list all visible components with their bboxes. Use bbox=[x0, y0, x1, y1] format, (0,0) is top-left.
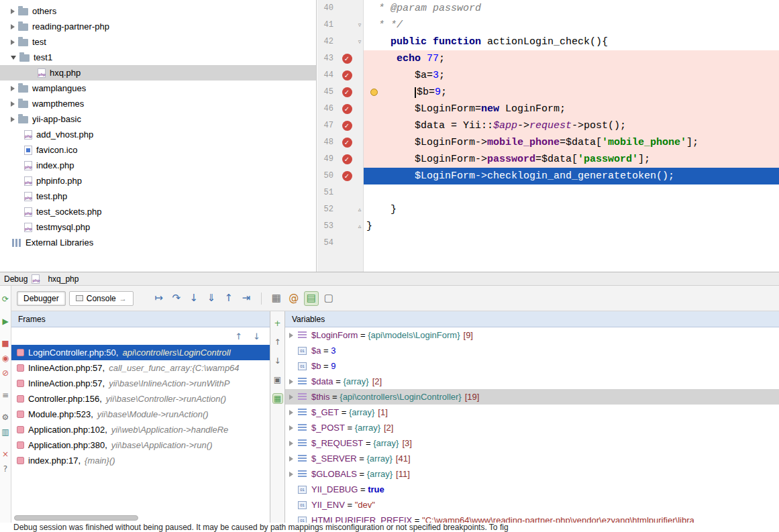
tree-item-phpinfo-php[interactable]: phpinfo.php bbox=[0, 173, 316, 189]
run-to-cursor-icon[interactable]: ⇥ bbox=[239, 291, 254, 306]
breakpoint-icon[interactable] bbox=[342, 138, 352, 148]
breakpoint-icon[interactable] bbox=[342, 87, 352, 97]
code-text[interactable]: $b=9; bbox=[364, 84, 779, 101]
resume-icon[interactable]: ▶ bbox=[1, 316, 11, 326]
fold-gutter[interactable] bbox=[356, 84, 364, 101]
variable-row[interactable]: $_GET = {array}[1] bbox=[285, 405, 779, 420]
rerun-icon[interactable]: ⟳ bbox=[1, 294, 11, 304]
add-watch-icon[interactable]: + bbox=[272, 318, 283, 329]
variable-row[interactable]: $data = {array}[2] bbox=[285, 374, 779, 389]
tab-debugger[interactable]: Debugger bbox=[17, 291, 66, 306]
frames-horizontal-scrollbar[interactable] bbox=[14, 515, 138, 521]
code-text[interactable]: * @param password bbox=[364, 0, 779, 17]
breakpoint-gutter[interactable] bbox=[337, 117, 356, 134]
code-text[interactable]: * */ bbox=[364, 17, 779, 34]
breakpoint-gutter[interactable] bbox=[337, 168, 356, 184]
code-text[interactable]: $LoginForm->password=$data['password']; bbox=[364, 151, 779, 168]
breakpoint-gutter[interactable] bbox=[337, 218, 356, 235]
chevron-right-icon[interactable] bbox=[289, 379, 293, 384]
fold-gutter[interactable] bbox=[356, 67, 364, 84]
step-into-icon[interactable]: ↓ bbox=[187, 291, 201, 306]
threads-view-icon[interactable]: ▤ bbox=[304, 291, 319, 306]
breakpoint-gutter[interactable] bbox=[337, 101, 356, 117]
frame-down-icon[interactable]: ↓ bbox=[272, 356, 283, 366]
chevron-right-icon[interactable] bbox=[289, 472, 293, 477]
breakpoint-gutter[interactable] bbox=[337, 201, 356, 218]
chevron-down-icon[interactable] bbox=[11, 56, 16, 60]
mute-breakpoints-icon[interactable]: ⊘ bbox=[1, 368, 11, 378]
chevron-right-icon[interactable] bbox=[289, 333, 293, 338]
watch-view-icon[interactable]: ▦ bbox=[272, 393, 283, 404]
code-text[interactable]: $LoginForm->checklogin_and_generatetoken… bbox=[364, 168, 779, 184]
frame-row[interactable]: InlineAction.php:57, call_user_func_arra… bbox=[11, 360, 270, 376]
evaluate-expression-icon[interactable]: @ bbox=[287, 291, 301, 306]
frame-row[interactable]: Module.php:523, yii\base\Module->runActi… bbox=[11, 407, 270, 422]
previous-frame-icon[interactable]: ↑ bbox=[235, 331, 242, 341]
breakpoint-icon[interactable] bbox=[342, 121, 352, 131]
step-over-icon[interactable]: ↷ bbox=[169, 291, 184, 306]
chevron-right-icon[interactable] bbox=[289, 441, 293, 446]
tree-item-favicon-ico[interactable]: favicon.ico bbox=[0, 142, 316, 158]
force-step-into-icon[interactable]: ⇓ bbox=[204, 291, 219, 306]
layout-settings-icon[interactable]: ▢ bbox=[321, 291, 336, 306]
tree-item-reading-partner-php[interactable]: reading-partner-php bbox=[0, 19, 316, 34]
frame-row[interactable]: Controller.php:156, yii\base\Controller-… bbox=[11, 391, 270, 407]
chevron-right-icon[interactable] bbox=[289, 394, 293, 400]
breakpoint-icon[interactable] bbox=[342, 104, 352, 114]
fold-gutter[interactable] bbox=[356, 168, 364, 184]
chevron-right-icon[interactable] bbox=[11, 101, 15, 107]
fold-gutter[interactable] bbox=[356, 151, 364, 168]
variable-row[interactable]: $b = 9 bbox=[285, 358, 779, 374]
stop-icon[interactable]: ■ bbox=[1, 338, 11, 348]
chevron-right-icon[interactable] bbox=[11, 9, 15, 14]
code-text[interactable]: $a=3; bbox=[364, 67, 779, 84]
tree-item-test1[interactable]: test1 bbox=[0, 50, 316, 65]
chevron-right-icon[interactable] bbox=[289, 410, 293, 415]
breakpoint-icon[interactable] bbox=[342, 70, 352, 81]
variable-row[interactable]: $a = 3 bbox=[285, 343, 779, 358]
settings-gear-icon[interactable]: ⚙ bbox=[1, 412, 11, 422]
chevron-right-icon[interactable] bbox=[289, 456, 293, 462]
chevron-right-icon[interactable] bbox=[11, 117, 15, 122]
frame-row[interactable]: Application.php:102, yii\web\Application… bbox=[11, 422, 270, 437]
frame-row[interactable]: Application.php:380, yii\base\Applicatio… bbox=[11, 437, 270, 453]
code-text[interactable]: $data = Yii::$app->request->post(); bbox=[364, 117, 779, 134]
variable-row[interactable]: $_POST = {array}[2] bbox=[285, 420, 779, 435]
fold-gutter[interactable]: ▵ bbox=[356, 218, 364, 235]
breakpoint-gutter[interactable] bbox=[337, 67, 356, 84]
fold-gutter[interactable]: ▿ bbox=[356, 17, 364, 34]
pin-layout-icon[interactable]: ▥ bbox=[1, 427, 11, 437]
breakpoint-gutter[interactable] bbox=[337, 34, 356, 50]
variable-row[interactable]: $_REQUEST = {array}[3] bbox=[285, 435, 779, 451]
tab-console[interactable]: Console → bbox=[69, 291, 134, 306]
tree-item-test-sockets-php[interactable]: test_sockets.php bbox=[0, 204, 316, 219]
chevron-right-icon[interactable] bbox=[11, 86, 15, 91]
breakpoint-gutter[interactable] bbox=[337, 84, 356, 101]
help-icon[interactable]: ? bbox=[1, 464, 11, 474]
view-as-grid-icon[interactable]: ▦ bbox=[269, 291, 284, 306]
fold-gutter[interactable] bbox=[356, 134, 364, 151]
breakpoint-icon[interactable] bbox=[342, 171, 352, 181]
tree-item-testmysql-php[interactable]: testmysql.php bbox=[0, 219, 316, 235]
breakpoint-icon[interactable] bbox=[342, 54, 352, 64]
breakpoint-gutter[interactable] bbox=[337, 17, 356, 34]
breakpoint-gutter[interactable] bbox=[337, 50, 356, 67]
fold-gutter[interactable] bbox=[356, 117, 364, 134]
frame-up-icon[interactable]: ↑ bbox=[272, 337, 283, 348]
chevron-right-icon[interactable] bbox=[11, 40, 15, 45]
fold-gutter[interactable] bbox=[356, 101, 364, 117]
variable-row[interactable]: YII_ENV = "dev" bbox=[285, 497, 779, 513]
frame-row[interactable]: index.php:17, {main}() bbox=[11, 453, 270, 468]
step-out-icon[interactable]: ↑ bbox=[221, 291, 236, 306]
show-execution-point-icon[interactable]: ↦ bbox=[152, 291, 166, 306]
tree-item-test-php[interactable]: test.php bbox=[0, 189, 316, 204]
intention-bulb-icon[interactable] bbox=[370, 89, 378, 96]
code-text[interactable]: echo 77; bbox=[364, 50, 779, 67]
fold-gutter[interactable] bbox=[356, 0, 364, 17]
new-console-icon[interactable]: → bbox=[119, 295, 127, 303]
fold-gutter[interactable] bbox=[356, 184, 364, 201]
fold-gutter[interactable] bbox=[356, 235, 364, 252]
tree-item-wamplangues[interactable]: wamplangues bbox=[0, 81, 316, 96]
frame-row[interactable]: InlineAction.php:57, yii\base\InlineActi… bbox=[11, 376, 270, 391]
close-icon[interactable]: × bbox=[1, 449, 11, 459]
